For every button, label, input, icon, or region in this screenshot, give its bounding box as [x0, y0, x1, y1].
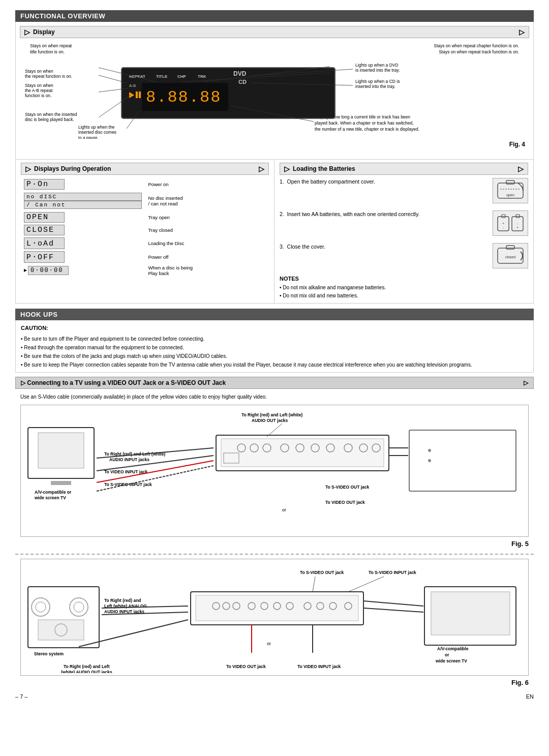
display-desc-7: When a disc is beingPlay back — [145, 264, 269, 277]
svg-text:AUDIO INPUT jacks: AUDIO INPUT jacks — [109, 457, 149, 462]
svg-point-95 — [70, 598, 88, 616]
lcd-display-6: P⋅OFF — [24, 251, 65, 263]
svg-text:+: + — [516, 225, 519, 230]
display-title-bar: ▷ Display ▷ — [20, 26, 529, 38]
annot-repeat-title: Stays on when repeattitle function is on… — [30, 43, 132, 55]
battery-icon-2: + - - + — [493, 210, 528, 236]
fig6-label: Fig. 6 — [15, 678, 534, 688]
svg-text:CHP: CHP — [177, 74, 187, 79]
loading-batteries: ▷ Loading the Batteries ▷ 1. Open the ba… — [274, 160, 533, 303]
display-diagram-area: Stays on when repeattitle function is on… — [20, 41, 529, 155]
svg-text:or: or — [267, 641, 271, 646]
caution-title: CAUTION: — [21, 323, 528, 333]
displays-during-operation: ▷ Displays During Operation ▷ P·On Power… — [16, 160, 274, 303]
display-desc-3: Tray open — [145, 211, 269, 224]
svg-text:(white) AUDIO OUT jacks: (white) AUDIO OUT jacks — [61, 670, 112, 673]
batteries-arrow-left: ▷ — [284, 165, 290, 173]
display-section: ▷ Display ▷ Stays on when repeattitle fu… — [15, 22, 534, 160]
table-row: OPEN Tray open — [21, 211, 269, 224]
svg-text:REPEAT: REPEAT — [129, 74, 145, 79]
svg-text:the A-B repeat: the A-B repeat — [25, 88, 53, 93]
lcd-display-2b: / Can not — [24, 201, 142, 209]
svg-rect-61 — [221, 439, 384, 467]
lcd-display-1: P·On — [24, 179, 65, 190]
functional-overview-header: FUNCTIONAL OVERVIEW — [15, 10, 534, 22]
svg-text:A/V-compatible or: A/V-compatible or — [35, 490, 72, 495]
svg-rect-53 — [506, 246, 514, 249]
display-desc-1: Power on — [145, 178, 269, 191]
batteries-title-bar: ▷ Loading the Batteries ▷ — [280, 163, 528, 175]
svg-rect-49 — [516, 215, 520, 218]
battery-step-2: 2. Insert two AA batteries, with each on… — [280, 210, 528, 236]
display-arrow-right: ▷ — [519, 28, 525, 36]
svg-text:To S-VIDEO OUT jack: To S-VIDEO OUT jack — [300, 570, 344, 575]
svg-text:AUDIO OUT jacks: AUDIO OUT jacks — [252, 418, 288, 423]
battery-step-3: 3. Close the cover. closed — [280, 243, 528, 268]
svg-text:wide screen TV: wide screen TV — [435, 658, 467, 663]
svg-text:Stereo system: Stereo system — [34, 651, 64, 656]
caution-4: Be sure to keep the Player connection ca… — [21, 360, 528, 369]
svg-text:To Right (red) and Left: To Right (red) and Left — [64, 664, 110, 669]
lcd-display-7: 0·00·00 — [28, 266, 69, 275]
svg-rect-22 — [139, 92, 141, 98]
hookups-header: HOOK UPS — [15, 309, 534, 320]
connecting-bar: ▷ Connecting to a TV using a VIDEO OUT J… — [15, 377, 534, 389]
lang-label: EN — [526, 693, 534, 700]
batteries-arrow-right: ▷ — [518, 165, 524, 173]
page-number: – 7 – — [15, 693, 27, 700]
svg-text:Stays on when: Stays on when — [25, 83, 53, 88]
caution-2: Read through the operation manual for th… — [21, 343, 528, 352]
svg-text:-: - — [503, 225, 504, 230]
svg-text:CD: CD — [238, 79, 247, 85]
svg-rect-101 — [196, 595, 358, 621]
svg-line-135 — [313, 577, 315, 592]
caution-box: CAUTION: Be sure to turn off the Player … — [16, 320, 533, 373]
svg-text:To S-VIDEO OUT jack: To S-VIDEO OUT jack — [325, 485, 370, 490]
notes-section: NOTES Do not mix alkaline and manganese … — [280, 276, 528, 300]
connecting-title: Connecting to a TV using a VIDEO OUT Jac… — [27, 379, 226, 386]
svg-line-132 — [79, 620, 188, 647]
svg-text:Lights up when a CD is: Lights up when a CD is — [355, 79, 400, 84]
caution-1: Be sure to turn off the Player and equip… — [21, 335, 528, 343]
svg-text:A/V-compatible: A/V-compatible — [437, 646, 469, 651]
svg-text:inserted disc comes: inserted disc comes — [78, 130, 116, 135]
displays-title-bar: ▷ Displays During Operation ▷ — [21, 163, 269, 175]
hookups-body: CAUTION: Be sure to turn off the Player … — [15, 320, 534, 373]
diagram-fig6: Stereo system A/V-compatible or wide scr… — [20, 559, 529, 676]
svg-point-75 — [428, 459, 431, 462]
annot-chap-repeat: Stays on when repeat chapter function is… — [434, 43, 519, 49]
svg-rect-45 — [502, 215, 505, 218]
notes-title: NOTES — [280, 276, 528, 282]
svg-text:To VIDEO OUT jack: To VIDEO OUT jack — [226, 664, 266, 669]
svg-text:function is on.: function is on. — [25, 93, 51, 98]
table-row: P·On Power on — [21, 178, 269, 191]
svg-point-94 — [36, 602, 46, 612]
svg-line-136 — [348, 577, 384, 592]
display-arrow-left: ▷ — [24, 28, 30, 36]
svg-text:or: or — [445, 652, 449, 657]
connecting-arrow-right: ▷ — [524, 379, 528, 386]
caution-list: Be sure to turn off the Player and equip… — [21, 335, 528, 369]
svg-text:TITLE: TITLE — [156, 74, 168, 79]
svg-rect-56 — [38, 433, 84, 468]
lcd-display-4: CLOSE — [24, 225, 65, 235]
svg-rect-21 — [136, 92, 138, 98]
svg-point-93 — [32, 598, 50, 616]
batteries-title: Loading the Batteries — [293, 165, 355, 172]
svg-text:closed: closed — [505, 255, 515, 259]
svg-text:To S-VIDEO INPUT jack: To S-VIDEO INPUT jack — [369, 570, 416, 575]
svg-point-96 — [74, 602, 84, 612]
bottom-page: – 7 – EN — [15, 693, 534, 700]
table-row: P⋅OFF Power off — [21, 250, 269, 264]
svg-text:DVD: DVD — [233, 70, 247, 77]
note-1: Do not mix alkaline and manganese batter… — [280, 284, 528, 292]
svg-text:is inserted into the tray.: is inserted into the tray. — [355, 68, 400, 73]
lcd-display-5: L⋅oAd — [24, 237, 65, 249]
display-svg: Stays on when the repeat function is on.… — [20, 57, 538, 139]
svg-rect-97 — [38, 620, 84, 640]
display-title: Display — [33, 28, 55, 36]
battery-icon-1: open — [493, 178, 528, 203]
svg-text:to a pause.: to a pause. — [78, 135, 99, 139]
svg-text:Stays on when: Stays on when — [25, 69, 53, 74]
svg-text:the number of a new title, cha: the number of a new title, chapter or tr… — [315, 127, 419, 132]
